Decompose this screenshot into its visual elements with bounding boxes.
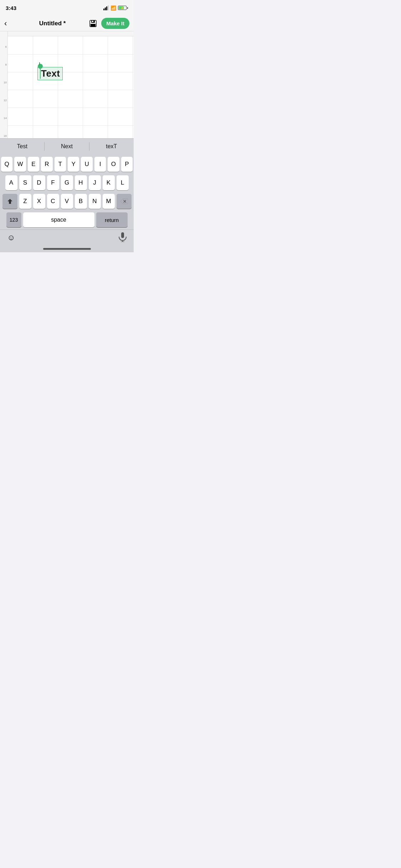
nav-bar: ‹ Untitled * Make It — [0, 16, 134, 31]
key-n[interactable]: N — [89, 194, 101, 209]
numbers-key[interactable]: 123 — [6, 212, 21, 227]
bottom-bar: ☺ — [0, 229, 134, 245]
autocomplete-item-1[interactable]: Next — [45, 139, 89, 154]
key-d[interactable]: D — [33, 175, 45, 190]
nav-actions: Make It — [88, 18, 129, 29]
mic-button[interactable] — [119, 232, 127, 243]
key-k[interactable]: K — [103, 175, 115, 190]
key-j[interactable]: J — [89, 175, 101, 190]
key-s[interactable]: S — [19, 175, 31, 190]
make-it-button[interactable]: Make It — [101, 18, 129, 29]
back-button[interactable]: ‹ — [4, 19, 17, 28]
return-key[interactable]: return — [96, 212, 128, 227]
save-icon — [89, 20, 97, 27]
ruler-top — [8, 31, 134, 36]
key-h[interactable]: H — [75, 175, 87, 190]
svg-rect-6 — [121, 232, 124, 238]
ruler-num-10: 10 — [4, 81, 7, 84]
ruler-left: 6 8 10 12 14 16 — [0, 31, 8, 138]
key-g[interactable]: G — [61, 175, 73, 190]
key-a[interactable]: A — [5, 175, 17, 190]
key-e[interactable]: E — [28, 157, 39, 172]
key-z[interactable]: Z — [19, 194, 31, 209]
ruler-num-12: 12 — [4, 99, 7, 102]
ruler-num-8: 8 — [5, 63, 7, 66]
ruler-num-16: 16 — [4, 135, 7, 138]
shift-key[interactable] — [2, 194, 17, 209]
document-title: Untitled * — [17, 20, 88, 27]
key-r[interactable]: R — [41, 157, 52, 172]
wifi-icon: 📶 — [110, 5, 116, 11]
save-button[interactable] — [88, 18, 98, 29]
home-bar — [43, 248, 91, 250]
key-i[interactable]: I — [94, 157, 106, 172]
key-p[interactable]: P — [121, 157, 133, 172]
key-q[interactable]: Q — [1, 157, 12, 172]
key-f[interactable]: F — [47, 175, 59, 190]
key-b[interactable]: B — [75, 194, 87, 209]
signal-icon — [103, 5, 109, 10]
status-time: 3:43 — [6, 5, 16, 11]
key-v[interactable]: V — [61, 194, 73, 209]
canvas-area[interactable]: 6 8 10 12 14 16 Text — [0, 31, 134, 138]
backspace-key[interactable] — [117, 194, 132, 209]
key-x[interactable]: X — [33, 194, 45, 209]
text-handle — [38, 64, 43, 69]
key-c[interactable]: C — [47, 194, 59, 209]
key-l[interactable]: L — [117, 175, 129, 190]
space-key[interactable]: space — [23, 212, 94, 227]
keyboard-row-3: Z X C V B N M — [1, 194, 133, 209]
autocomplete-item-2[interactable]: texT — [89, 139, 134, 154]
keyboard-row-2: A S D F G H J K L — [1, 175, 133, 190]
keyboard: Q W E R T Y U I O P A S D F G H J K L Z … — [0, 154, 134, 229]
ruler-num-14: 14 — [4, 117, 7, 120]
autocomplete-item-0[interactable]: Test — [0, 139, 44, 154]
svg-rect-2 — [92, 21, 93, 22]
key-m[interactable]: M — [103, 194, 115, 209]
key-u[interactable]: U — [81, 157, 92, 172]
autocomplete-bar: Test Next texT — [0, 138, 134, 154]
key-o[interactable]: O — [108, 157, 119, 172]
key-y[interactable]: Y — [68, 157, 79, 172]
key-w[interactable]: W — [14, 157, 26, 172]
battery-icon: ⚡ — [118, 6, 128, 10]
grid-canvas — [8, 36, 134, 138]
svg-rect-3 — [91, 24, 96, 27]
key-t[interactable]: T — [55, 157, 66, 172]
home-indicator — [0, 245, 134, 252]
keyboard-row-1: Q W E R T Y U I O P — [1, 157, 133, 172]
text-cursor — [40, 69, 41, 79]
text-element[interactable]: Text — [37, 67, 63, 80]
text-element-label: Text — [41, 68, 60, 79]
status-bar: 3:43 📶 ⚡ — [0, 0, 134, 16]
ruler-num-6: 6 — [5, 46, 7, 48]
emoji-button[interactable]: ☺ — [7, 233, 15, 242]
keyboard-row-4: 123 space return — [1, 212, 133, 227]
status-icons: 📶 ⚡ — [103, 5, 128, 11]
